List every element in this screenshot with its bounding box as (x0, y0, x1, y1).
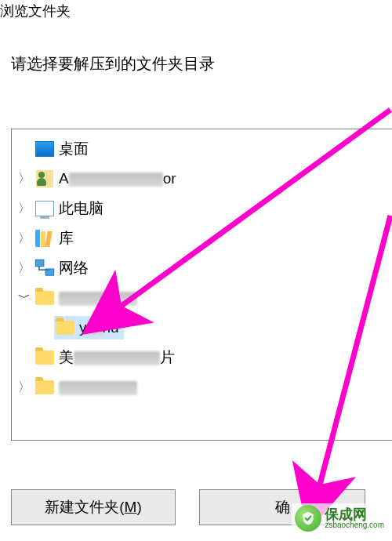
folder-icon (34, 289, 56, 307)
folder-icon (34, 378, 56, 397)
label-prefix: A (59, 170, 69, 187)
tree-item-label: yhu (79, 319, 119, 336)
censored-text (59, 292, 137, 306)
tree-item-network[interactable]: 〉 网络 (12, 253, 392, 283)
user-icon (34, 169, 56, 188)
instruction-text: 请选择要解压到的文件夹目录 (11, 53, 392, 74)
folder-icon (34, 348, 56, 367)
watermark-text-en: zsbaocheng.com (325, 521, 384, 529)
chevron-right-icon[interactable]: 〉 (15, 260, 34, 277)
censored-text (59, 381, 137, 395)
new-folder-button[interactable]: 新建文件夹(M) (11, 489, 176, 525)
tree-item-label: 桌面 (59, 139, 89, 159)
folder-tree[interactable]: 桌面 〉 Aor 〉 此电脑 〉 库 〉 网络 ﹀ (11, 129, 392, 441)
tree-item-this-pc[interactable]: 〉 此电脑 (12, 194, 392, 223)
chevron-right-icon[interactable]: 〉 (15, 201, 34, 217)
tree-item-label (59, 289, 137, 307)
svg-rect-0 (35, 260, 43, 267)
button-label: 确 (275, 497, 290, 517)
watermark-logo-icon (295, 505, 321, 532)
censored-text (74, 351, 160, 365)
tree-item-label: Aor (59, 170, 176, 187)
label-suffix: hu (103, 319, 119, 336)
chevron-right-icon[interactable]: 〉 (15, 379, 34, 396)
tree-item-label: 此电脑 (59, 198, 103, 219)
network-icon (34, 259, 56, 278)
tree-item-folder-1[interactable]: ﹀ (12, 283, 392, 313)
tree-item-libraries[interactable]: 〉 库 (12, 223, 392, 253)
tree-item-label (59, 379, 137, 396)
censored-text (87, 321, 103, 336)
desktop-icon (34, 140, 56, 158)
chevron-right-icon[interactable]: 〉 (15, 171, 34, 187)
tree-item-label: 库 (59, 228, 74, 249)
tree-item-folder-3[interactable]: 〉 (12, 372, 392, 402)
library-icon (34, 229, 56, 248)
tree-item-selected[interactable]: yhu (12, 313, 392, 343)
chevron-down-icon[interactable]: ﹀ (15, 290, 34, 307)
tree-item-label: 网络 (59, 258, 89, 278)
label-prefix: 美 (59, 349, 74, 365)
watermark-text-cn: 保成网 (325, 507, 384, 521)
folder-icon (54, 318, 76, 337)
pc-icon (34, 199, 56, 218)
window-title: 浏览文件夹 (0, 0, 392, 20)
tree-root-desktop[interactable]: 桌面 (12, 134, 392, 164)
watermark: 保成网 zsbaocheng.com (292, 503, 387, 533)
label-prefix: y (79, 319, 87, 336)
button-label: 新建文件夹(M) (45, 497, 141, 517)
tree-item-user[interactable]: 〉 Aor (12, 164, 392, 194)
label-suffix: 片 (160, 349, 175, 365)
censored-text (69, 172, 163, 187)
chevron-right-icon[interactable]: 〉 (15, 231, 34, 247)
tree-item-label: 美片 (59, 347, 175, 368)
label-suffix: or (163, 170, 176, 187)
tree-item-folder-2[interactable]: 美片 (12, 343, 392, 372)
